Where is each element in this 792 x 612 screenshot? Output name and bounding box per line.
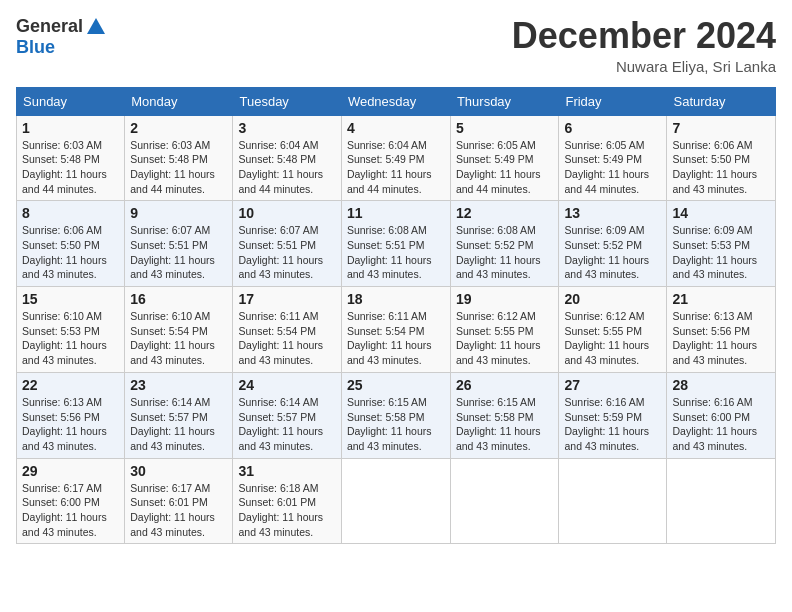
- sunrise-text: Sunrise: 6:08 AM: [347, 224, 427, 236]
- sunrise-text: Sunrise: 6:06 AM: [22, 224, 102, 236]
- daylight-text: Daylight: 11 hours and 44 minutes.: [564, 168, 649, 195]
- daylight-text: Daylight: 11 hours and 44 minutes.: [238, 168, 323, 195]
- sunrise-text: Sunrise: 6:05 AM: [456, 139, 536, 151]
- daylight-text: Daylight: 11 hours and 43 minutes.: [238, 254, 323, 281]
- daylight-text: Daylight: 11 hours and 43 minutes.: [22, 425, 107, 452]
- day-number: 19: [456, 291, 554, 307]
- title-block: December 2024 Nuwara Eliya, Sri Lanka: [512, 16, 776, 75]
- table-row: 22 Sunrise: 6:13 AM Sunset: 5:56 PM Dayl…: [17, 372, 125, 458]
- table-row: 10 Sunrise: 6:07 AM Sunset: 5:51 PM Dayl…: [233, 201, 341, 287]
- sunrise-text: Sunrise: 6:09 AM: [564, 224, 644, 236]
- sunset-text: Sunset: 5:55 PM: [564, 325, 642, 337]
- day-number: 8: [22, 205, 119, 221]
- daylight-text: Daylight: 11 hours and 43 minutes.: [130, 254, 215, 281]
- day-number: 9: [130, 205, 227, 221]
- sunrise-text: Sunrise: 6:13 AM: [672, 310, 752, 322]
- sunrise-text: Sunrise: 6:12 AM: [564, 310, 644, 322]
- month-title: December 2024: [512, 16, 776, 56]
- day-number: 20: [564, 291, 661, 307]
- daylight-text: Daylight: 11 hours and 43 minutes.: [564, 339, 649, 366]
- table-row: 26 Sunrise: 6:15 AM Sunset: 5:58 PM Dayl…: [450, 372, 559, 458]
- table-row: 17 Sunrise: 6:11 AM Sunset: 5:54 PM Dayl…: [233, 287, 341, 373]
- day-number: 29: [22, 463, 119, 479]
- col-friday: Friday: [559, 87, 667, 115]
- sunrise-text: Sunrise: 6:16 AM: [564, 396, 644, 408]
- sunrise-text: Sunrise: 6:04 AM: [347, 139, 427, 151]
- location-text: Nuwara Eliya, Sri Lanka: [512, 58, 776, 75]
- daylight-text: Daylight: 11 hours and 43 minutes.: [130, 339, 215, 366]
- table-row: 16 Sunrise: 6:10 AM Sunset: 5:54 PM Dayl…: [125, 287, 233, 373]
- table-row: 23 Sunrise: 6:14 AM Sunset: 5:57 PM Dayl…: [125, 372, 233, 458]
- daylight-text: Daylight: 11 hours and 43 minutes.: [672, 425, 757, 452]
- daylight-text: Daylight: 11 hours and 43 minutes.: [22, 254, 107, 281]
- day-number: 18: [347, 291, 445, 307]
- sunrise-text: Sunrise: 6:03 AM: [130, 139, 210, 151]
- day-number: 16: [130, 291, 227, 307]
- sunset-text: Sunset: 5:58 PM: [347, 411, 425, 423]
- day-number: 28: [672, 377, 770, 393]
- sunrise-text: Sunrise: 6:11 AM: [347, 310, 427, 322]
- day-number: 15: [22, 291, 119, 307]
- day-number: 26: [456, 377, 554, 393]
- sunrise-text: Sunrise: 6:16 AM: [672, 396, 752, 408]
- sunrise-text: Sunrise: 6:12 AM: [456, 310, 536, 322]
- day-number: 10: [238, 205, 335, 221]
- day-number: 17: [238, 291, 335, 307]
- sunset-text: Sunset: 5:54 PM: [130, 325, 208, 337]
- daylight-text: Daylight: 11 hours and 43 minutes.: [672, 339, 757, 366]
- sunrise-text: Sunrise: 6:03 AM: [22, 139, 102, 151]
- calendar-week-row: 29 Sunrise: 6:17 AM Sunset: 6:00 PM Dayl…: [17, 458, 776, 544]
- sunset-text: Sunset: 5:54 PM: [347, 325, 425, 337]
- sunset-text: Sunset: 5:50 PM: [672, 153, 750, 165]
- table-row: 6 Sunrise: 6:05 AM Sunset: 5:49 PM Dayli…: [559, 115, 667, 201]
- logo-blue-text: Blue: [16, 38, 55, 58]
- day-number: 25: [347, 377, 445, 393]
- svg-marker-0: [87, 18, 105, 34]
- sunset-text: Sunset: 5:49 PM: [456, 153, 534, 165]
- sunset-text: Sunset: 5:49 PM: [347, 153, 425, 165]
- table-row: [559, 458, 667, 544]
- day-number: 31: [238, 463, 335, 479]
- day-number: 22: [22, 377, 119, 393]
- col-saturday: Saturday: [667, 87, 776, 115]
- day-number: 24: [238, 377, 335, 393]
- table-row: 1 Sunrise: 6:03 AM Sunset: 5:48 PM Dayli…: [17, 115, 125, 201]
- table-row: 31 Sunrise: 6:18 AM Sunset: 6:01 PM Dayl…: [233, 458, 341, 544]
- calendar-table: Sunday Monday Tuesday Wednesday Thursday…: [16, 87, 776, 545]
- sunset-text: Sunset: 6:01 PM: [238, 496, 316, 508]
- sunset-text: Sunset: 5:50 PM: [22, 239, 100, 251]
- sunset-text: Sunset: 5:48 PM: [22, 153, 100, 165]
- sunset-text: Sunset: 5:56 PM: [672, 325, 750, 337]
- day-number: 3: [238, 120, 335, 136]
- table-row: 14 Sunrise: 6:09 AM Sunset: 5:53 PM Dayl…: [667, 201, 776, 287]
- page-header: General Blue December 2024 Nuwara Eliya,…: [16, 16, 776, 75]
- table-row: [667, 458, 776, 544]
- table-row: 15 Sunrise: 6:10 AM Sunset: 5:53 PM Dayl…: [17, 287, 125, 373]
- sunset-text: Sunset: 6:00 PM: [22, 496, 100, 508]
- day-number: 30: [130, 463, 227, 479]
- table-row: [341, 458, 450, 544]
- table-row: 27 Sunrise: 6:16 AM Sunset: 5:59 PM Dayl…: [559, 372, 667, 458]
- sunrise-text: Sunrise: 6:15 AM: [456, 396, 536, 408]
- table-row: 19 Sunrise: 6:12 AM Sunset: 5:55 PM Dayl…: [450, 287, 559, 373]
- table-row: 5 Sunrise: 6:05 AM Sunset: 5:49 PM Dayli…: [450, 115, 559, 201]
- sunset-text: Sunset: 5:57 PM: [130, 411, 208, 423]
- table-row: 18 Sunrise: 6:11 AM Sunset: 5:54 PM Dayl…: [341, 287, 450, 373]
- logo-general-text: General: [16, 17, 83, 37]
- sunrise-text: Sunrise: 6:06 AM: [672, 139, 752, 151]
- table-row: 28 Sunrise: 6:16 AM Sunset: 6:00 PM Dayl…: [667, 372, 776, 458]
- sunset-text: Sunset: 5:49 PM: [564, 153, 642, 165]
- sunrise-text: Sunrise: 6:14 AM: [238, 396, 318, 408]
- col-wednesday: Wednesday: [341, 87, 450, 115]
- sunset-text: Sunset: 5:56 PM: [22, 411, 100, 423]
- table-row: 25 Sunrise: 6:15 AM Sunset: 5:58 PM Dayl…: [341, 372, 450, 458]
- daylight-text: Daylight: 11 hours and 43 minutes.: [564, 254, 649, 281]
- day-number: 11: [347, 205, 445, 221]
- day-number: 14: [672, 205, 770, 221]
- daylight-text: Daylight: 11 hours and 43 minutes.: [456, 425, 541, 452]
- calendar-week-row: 22 Sunrise: 6:13 AM Sunset: 5:56 PM Dayl…: [17, 372, 776, 458]
- daylight-text: Daylight: 11 hours and 43 minutes.: [564, 425, 649, 452]
- sunset-text: Sunset: 5:48 PM: [238, 153, 316, 165]
- sunrise-text: Sunrise: 6:15 AM: [347, 396, 427, 408]
- table-row: 24 Sunrise: 6:14 AM Sunset: 5:57 PM Dayl…: [233, 372, 341, 458]
